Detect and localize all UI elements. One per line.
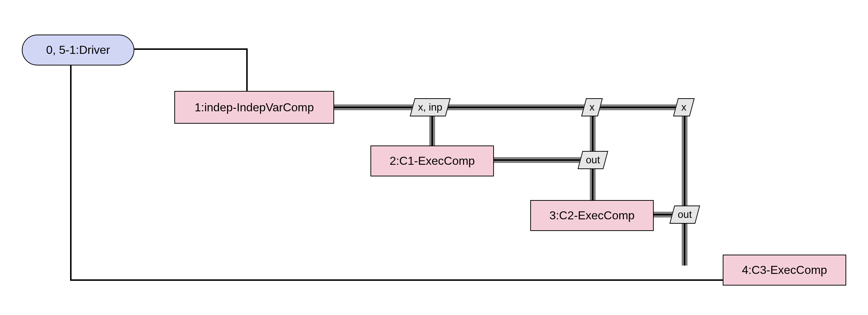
node-c3-label: 4:C3-ExecComp bbox=[742, 263, 827, 277]
node-driver-label: 0, 5-1:Driver bbox=[46, 43, 110, 57]
conn-x-2: x bbox=[673, 98, 694, 116]
node-c2-label: 3:C2-ExecComp bbox=[549, 209, 635, 222]
node-indep: 1:indep-IndepVarComp bbox=[174, 91, 334, 124]
conn-x-1: x bbox=[581, 98, 603, 116]
node-c3: 4:C3-ExecComp bbox=[723, 255, 846, 286]
node-c1-label: 2:C1-ExecComp bbox=[390, 154, 475, 168]
conn-x-inp: x, inp bbox=[410, 98, 450, 116]
conn-x-1-label: x bbox=[589, 101, 595, 113]
conn-out-2-label: out bbox=[678, 209, 692, 220]
conn-out-1: out bbox=[577, 151, 608, 169]
conn-x-2-label: x bbox=[681, 101, 686, 113]
node-driver: 0, 5-1:Driver bbox=[22, 35, 134, 65]
node-indep-label: 1:indep-IndepVarComp bbox=[195, 101, 314, 114]
xdsm-diagram: 0, 5-1:Driver 1:indep-IndepVarComp 2:C1-… bbox=[0, 0, 868, 315]
conn-x-inp-label: x, inp bbox=[418, 101, 442, 113]
conn-out-1-label: out bbox=[586, 154, 600, 166]
node-c2: 3:C2-ExecComp bbox=[530, 200, 654, 231]
conn-out-2: out bbox=[669, 206, 700, 224]
node-c1: 2:C1-ExecComp bbox=[370, 145, 494, 176]
